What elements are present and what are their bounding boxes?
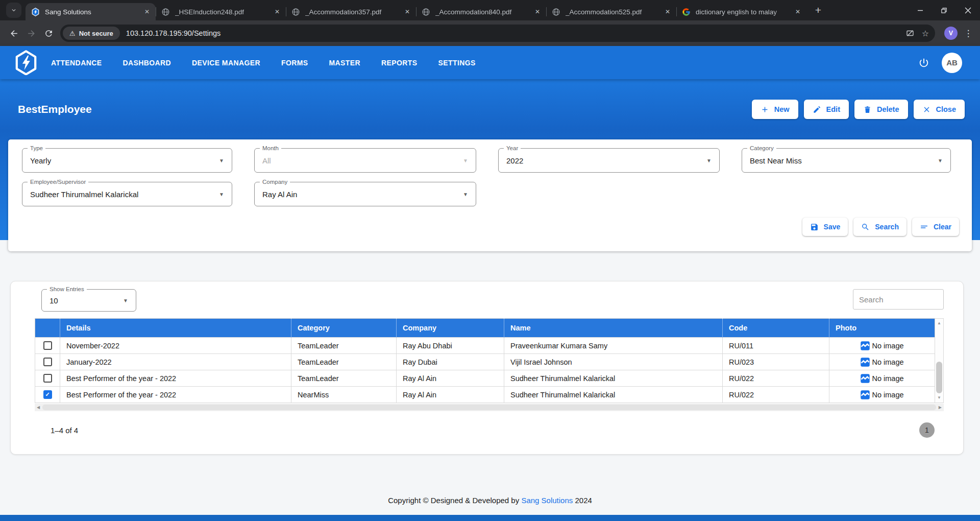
table-controls: Show Entries 10 ▼ <box>35 289 944 312</box>
reload-icon <box>44 29 54 38</box>
app-logo-icon[interactable] <box>14 50 38 76</box>
browser-profile-avatar[interactable]: V <box>944 27 958 40</box>
row-checkbox[interactable]: ✓ <box>43 358 52 366</box>
tab-close-icon[interactable]: ✕ <box>533 7 542 16</box>
nav-item-device-manager[interactable]: DEVICE MANAGER <box>192 59 260 67</box>
close-button[interactable]: Close <box>914 100 965 119</box>
table-search-input[interactable] <box>853 289 944 310</box>
cell-category: TeamLeader <box>291 354 397 370</box>
column-header-category: Category <box>291 319 397 338</box>
column-header-details: Details <box>60 319 291 338</box>
sang-solutions-link[interactable]: Sang Solutions <box>521 496 573 505</box>
tab-dictionary[interactable]: dictionary english to malay ✕ <box>676 3 806 20</box>
tab-close-icon[interactable]: ✕ <box>793 7 802 16</box>
delete-button[interactable]: Delete <box>854 100 908 119</box>
reload-button[interactable] <box>40 25 57 42</box>
scroll-up-icon[interactable]: ▲ <box>937 320 941 326</box>
address-bar[interactable]: ⚠ Not secure 103.120.178.195:90/Settings… <box>60 25 935 42</box>
table-row[interactable]: ✓ November-2022 TeamLeader Ray Abu Dhabi… <box>35 338 935 354</box>
table-row[interactable]: ✓ January-2022 TeamLeader Ray Dubai Viji… <box>35 354 935 370</box>
year-select[interactable]: Year 2022 ▼ <box>498 148 720 173</box>
edit-button[interactable]: Edit <box>804 100 849 119</box>
company-select[interactable]: Company Ray Al Ain ▼ <box>254 182 476 206</box>
security-chip[interactable]: ⚠ Not secure <box>63 27 120 40</box>
nav-item-master[interactable]: MASTER <box>329 59 361 67</box>
no-image-label: No image <box>872 374 903 383</box>
reading-mode-icon[interactable] <box>905 29 915 38</box>
window-minimize-button[interactable] <box>908 0 932 20</box>
browser-menu-button[interactable]: ⋮ <box>962 28 975 39</box>
close-icon <box>965 7 971 14</box>
tab-title: _Accommodation840.pdf <box>435 8 530 16</box>
window-controls <box>908 0 980 20</box>
month-label: Month <box>260 145 281 152</box>
scroll-down-icon[interactable]: ▼ <box>937 395 941 401</box>
tab-title: dictionary english to malay <box>696 8 790 16</box>
cell-company: Ray Al Ain <box>397 370 504 387</box>
row-checkbox[interactable]: ✓ <box>43 390 52 399</box>
globe-icon <box>161 8 170 16</box>
employee-supervisor-value: Sudheer Thirumalmel Kalarickal <box>30 190 215 199</box>
chevron-down-icon: ▼ <box>219 192 224 197</box>
back-button[interactable] <box>5 25 22 42</box>
tab-pdf-1[interactable]: _HSEInduction248.pdf ✕ <box>156 3 286 20</box>
trash-icon <box>863 105 872 114</box>
category-select[interactable]: Category Best Near Miss ▼ <box>742 148 951 173</box>
nav-item-dashboard[interactable]: DASHBOARD <box>122 59 171 67</box>
show-entries-select[interactable]: Show Entries 10 ▼ <box>41 289 136 312</box>
forward-button[interactable] <box>22 25 40 42</box>
type-select[interactable]: Type Yearly ▼ <box>22 148 232 173</box>
cell-details: January-2022 <box>60 354 291 370</box>
filter-card: Type Yearly ▼ Month All ▼ Year 2022 ▼ Ca… <box>8 139 972 251</box>
tab-pdf-2[interactable]: _Accommodation357.pdf ✕ <box>286 3 416 20</box>
company-value: Ray Al Ain <box>262 190 459 199</box>
tab-pdf-3[interactable]: _Accommodation840.pdf ✕ <box>416 3 546 20</box>
nav-item-settings[interactable]: SETTINGS <box>438 59 476 67</box>
copyright-text: Copyright © Designed & Developed by <box>388 496 519 505</box>
tab-pdf-4[interactable]: _Accommodation525.pdf ✕ <box>546 3 676 20</box>
table-row[interactable]: ✓ Best Performer of the year - 2022 Near… <box>35 387 935 403</box>
sang-solutions-favicon-icon <box>31 8 40 16</box>
chevron-down-icon: ▼ <box>706 158 712 163</box>
table-vertical-scrollbar[interactable]: ▲ ▼ <box>935 318 944 403</box>
table-horizontal-scrollbar[interactable]: ◀ ▶ <box>35 404 944 411</box>
bookmark-star-icon[interactable]: ☆ <box>922 29 929 38</box>
forward-icon <box>27 29 36 38</box>
employee-supervisor-select[interactable]: Employee/Supervisor Sudheer Thirumalmel … <box>22 182 232 206</box>
clear-button[interactable]: Clear <box>912 218 959 236</box>
logout-power-button[interactable] <box>918 57 929 68</box>
vertical-scroll-thumb[interactable] <box>936 362 942 393</box>
tab-close-icon[interactable]: ✕ <box>273 7 282 16</box>
nav-item-reports[interactable]: REPORTS <box>381 59 417 67</box>
scroll-right-icon[interactable]: ▶ <box>939 404 942 411</box>
nav-item-attendance[interactable]: ATTENDANCE <box>51 59 102 67</box>
window-restore-button[interactable] <box>932 0 956 20</box>
tab-close-icon[interactable]: ✕ <box>663 7 672 16</box>
row-checkbox[interactable]: ✓ <box>43 374 52 383</box>
tab-close-icon[interactable]: ✕ <box>403 7 412 16</box>
tab-sang-solutions[interactable]: Sang Solutions ✕ <box>26 3 156 20</box>
globe-icon <box>552 8 560 16</box>
search-button[interactable]: Search <box>853 218 906 236</box>
save-button[interactable]: Save <box>802 218 848 236</box>
broken-image-icon <box>860 357 870 367</box>
month-select[interactable]: Month All ▼ <box>254 148 476 173</box>
new-tab-button[interactable]: + <box>811 3 825 17</box>
user-avatar[interactable]: AB <box>942 53 962 73</box>
column-header-name: Name <box>504 319 723 338</box>
window-close-button[interactable] <box>956 0 980 20</box>
url-text[interactable]: 103.120.178.195:90/Settings <box>126 29 898 37</box>
row-checkbox[interactable]: ✓ <box>43 341 52 350</box>
page-1-button[interactable]: 1 <box>919 422 935 438</box>
tab-close-icon[interactable]: ✕ <box>142 7 152 16</box>
table-row[interactable]: ✓ Best Performer of the year - 2022 Team… <box>35 370 935 387</box>
new-button[interactable]: New <box>752 100 798 119</box>
cell-name: Sudheer Thirumalmel Kalarickal <box>504 370 723 387</box>
results-card: Show Entries 10 ▼ Details <box>10 281 964 455</box>
nav-item-forms[interactable]: FORMS <box>281 59 308 67</box>
horizontal-scroll-thumb[interactable] <box>42 405 936 410</box>
tab-search-button[interactable] <box>6 3 21 18</box>
scroll-left-icon[interactable]: ◀ <box>37 404 40 411</box>
tabs: Sang Solutions ✕ _HSEInduction248.pdf ✕ … <box>26 3 806 20</box>
search-icon <box>861 223 870 231</box>
